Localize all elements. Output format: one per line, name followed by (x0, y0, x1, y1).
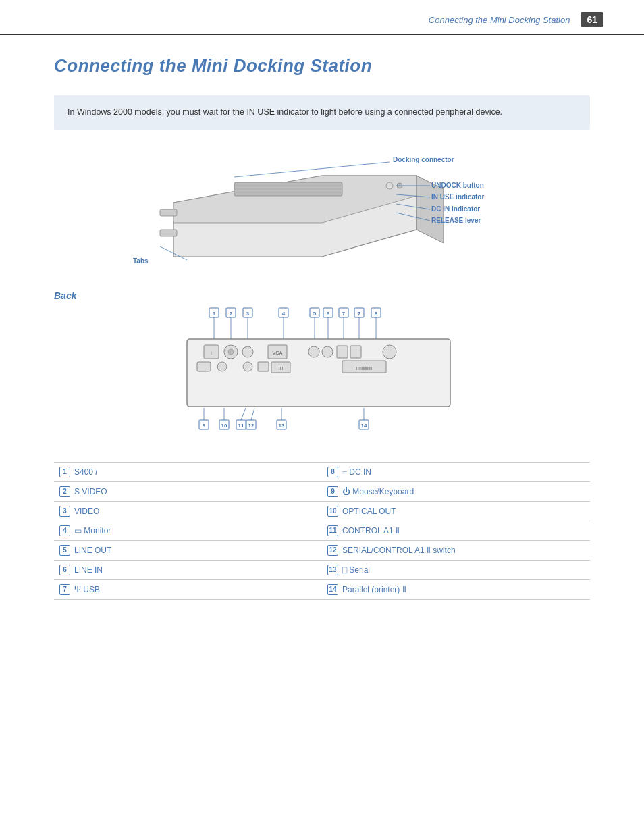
port-label-1: S400 i (74, 467, 97, 477)
svg-text:VGA: VGA (273, 350, 283, 355)
port-cell-13: 13 ⎕ Serial (327, 565, 585, 575)
port-label-14: Parallel (printer) Ⅱ (342, 585, 406, 594)
svg-text:||||||||||||||||: |||||||||||||||| (356, 366, 373, 370)
port-label-4: ▭ Monitor (74, 526, 111, 536)
back-label: Back (54, 290, 590, 301)
port-cell-9: 9 ⏻ Mouse/Keyboard (327, 486, 585, 497)
note-text: In Windows 2000 models, you must wait fo… (68, 107, 502, 117)
svg-point-53 (383, 345, 396, 359)
svg-point-6 (386, 182, 393, 189)
port-cell-12: 12 SERIAL/CONTROL A1 Ⅱ switch (327, 545, 585, 556)
port-cell-8: 8 ⎓ DC IN (327, 467, 585, 477)
port-badge-11: 11 (327, 525, 338, 536)
svg-text:7: 7 (342, 311, 346, 317)
port-label-9: ⏻ Mouse/Keyboard (342, 487, 414, 496)
svg-text:7: 7 (358, 311, 361, 317)
svg-rect-52 (350, 346, 361, 358)
port-cell-1: 1 S400 i (59, 467, 317, 477)
port-label-7: Ψ USB (74, 585, 100, 594)
port-badge-3: 3 (59, 506, 70, 517)
svg-line-64 (241, 408, 246, 420)
port-badge-14: 14 (327, 584, 338, 595)
svg-rect-5 (160, 230, 177, 236)
svg-text:10: 10 (221, 423, 227, 429)
table-row: 3 VIDEO 10 OPTICAL OUT (54, 501, 590, 521)
port-badge-6: 6 (59, 565, 70, 575)
note-box: In Windows 2000 models, you must wait fo… (54, 95, 590, 130)
table-row: 6 LINE IN 13 ⎕ Serial (54, 560, 590, 579)
port-label-10: OPTICAL OUT (342, 506, 396, 516)
table-row: 1 S400 i 8 ⎓ DC IN (54, 462, 590, 481)
port-cell-3: 3 VIDEO (59, 506, 317, 517)
port-badge-9: 9 (327, 486, 338, 497)
label-docking-connector: Docking connector (393, 156, 454, 163)
port-label-12: SERIAL/CONTROL A1 Ⅱ switch (342, 546, 456, 555)
port-badge-5: 5 (59, 545, 70, 556)
page-header: Connecting the Mini Docking Station 61 (0, 0, 644, 35)
port-label-8: ⎓ DC IN (342, 467, 371, 477)
svg-text:5: 5 (313, 311, 317, 317)
diagram-wrapper: Docking connector UNDOCK button IN USE i… (92, 149, 552, 284)
port-label-3: VIDEO (74, 506, 99, 516)
port-badge-7: 7 (59, 584, 70, 595)
port-badge-4: 4 (59, 525, 70, 536)
svg-point-45 (228, 349, 234, 355)
port-label-13: ⎕ Serial (342, 565, 370, 575)
port-badge-2: 2 (59, 486, 70, 497)
svg-text:14: 14 (361, 423, 367, 429)
svg-text:8: 8 (375, 311, 378, 317)
svg-text:4: 4 (282, 311, 286, 317)
label-tabs: Tabs (133, 257, 149, 265)
svg-text:i: i (211, 350, 212, 356)
svg-rect-51 (337, 346, 348, 358)
label-in-use: IN USE indicator (431, 193, 484, 201)
table-row: 2 S VIDEO 9 ⏻ Mouse/Keyboard (54, 481, 590, 501)
top-diagram-section: Docking connector UNDOCK button IN USE i… (54, 149, 590, 284)
port-cell-7: 7 Ψ USB (59, 584, 317, 595)
back-diagram-section: 1 2 3 4 5 6 7 7 8 (54, 307, 590, 448)
port-label-2: S VIDEO (74, 487, 107, 496)
port-cell-10: 10 OPTICAL OUT (327, 506, 585, 517)
port-cell-4: 4 ▭ Monitor (59, 525, 317, 536)
svg-text:11: 11 (238, 423, 244, 429)
table-row: 4 ▭ Monitor 11 CONTROL A1 Ⅱ (54, 521, 590, 540)
port-cell-14: 14 Parallel (printer) Ⅱ (327, 584, 585, 595)
page-number: 61 (581, 12, 603, 27)
svg-line-65 (251, 408, 254, 420)
port-cell-6: 6 LINE IN (59, 565, 317, 575)
svg-point-50 (322, 346, 333, 357)
page-container: Connecting the Mini Docking Station 61 C… (0, 0, 644, 834)
port-badge-1: 1 (59, 467, 70, 477)
top-diagram-svg: Docking connector UNDOCK button IN USE i… (92, 149, 552, 284)
back-diagram-svg: 1 2 3 4 5 6 7 7 8 (146, 307, 498, 448)
label-undock: UNDOCK button (431, 182, 484, 189)
svg-rect-54 (197, 362, 211, 371)
port-cell-2: 2 S VIDEO (59, 486, 317, 497)
svg-line-8 (234, 162, 390, 177)
label-dc-in: DC IN indicator (431, 205, 480, 213)
port-label-11: CONTROL A1 Ⅱ (342, 526, 400, 536)
table-row: 7 Ψ USB 14 Parallel (printer) Ⅱ (54, 579, 590, 599)
port-badge-12: 12 (327, 545, 338, 556)
port-cell-5: 5 LINE OUT (59, 545, 317, 556)
svg-point-56 (243, 362, 252, 371)
label-release: RELEASE lever (431, 217, 481, 224)
port-cell-11: 11 CONTROL A1 Ⅱ (327, 525, 585, 536)
header-title: Connecting the Mini Docking Station (429, 15, 570, 25)
svg-text:3: 3 (246, 311, 250, 317)
table-row: 5 LINE OUT 12 SERIAL/CONTROL A1 Ⅱ switch (54, 540, 590, 560)
svg-point-46 (242, 346, 253, 357)
svg-text:||||: |||| (279, 366, 284, 370)
svg-text:12: 12 (248, 423, 254, 429)
svg-text:6: 6 (327, 311, 330, 317)
svg-point-49 (308, 346, 319, 357)
svg-text:1: 1 (213, 311, 216, 317)
chapter-title: Connecting the Mini Docking Station (54, 55, 590, 76)
svg-text:2: 2 (230, 311, 233, 317)
svg-rect-57 (258, 362, 269, 371)
port-label-5: LINE OUT (74, 546, 111, 555)
svg-rect-4 (160, 209, 177, 216)
svg-text:9: 9 (203, 423, 206, 429)
svg-text:13: 13 (279, 423, 285, 429)
port-badge-8: 8 (327, 467, 338, 477)
